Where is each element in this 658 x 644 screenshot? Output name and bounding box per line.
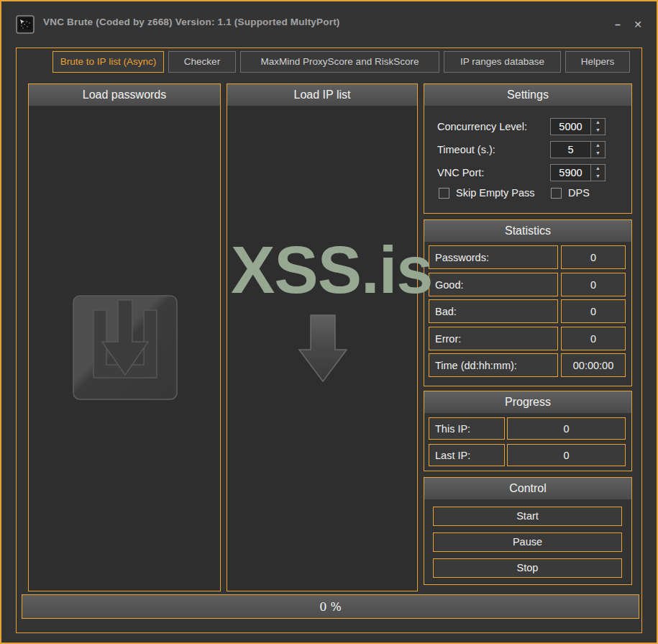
passwords-stat-label: Passwords: bbox=[429, 245, 558, 269]
vnc-port-label: VNC Port: bbox=[437, 164, 484, 181]
statistics-box: Statistics Passwords: 0 Good: 0 Bad: 0 E… bbox=[424, 219, 632, 386]
title-bar: VNC Brute (Coded by z668) Version: 1.1 (… bbox=[1, 1, 657, 42]
error-stat-value: 0 bbox=[561, 327, 626, 350]
skip-empty-pass-checkbox[interactable] bbox=[439, 188, 449, 199]
load-ip-list-header[interactable]: Load IP list bbox=[227, 84, 417, 106]
passwords-list[interactable] bbox=[29, 106, 220, 591]
control-header: Control bbox=[424, 478, 631, 499]
dps-label: DPS bbox=[568, 187, 590, 199]
close-icon[interactable]: ✕ bbox=[629, 16, 646, 33]
spinner-up-icon[interactable]: ▲ bbox=[591, 165, 605, 173]
down-arrow-icon bbox=[298, 314, 347, 383]
window-title: VNC Brute (Coded by z668) Version: 1.1 (… bbox=[43, 1, 340, 42]
concurrency-stepper: ▲ ▼ bbox=[550, 118, 606, 135]
bad-stat-value: 0 bbox=[561, 299, 626, 323]
progress-bar: 0 % bbox=[22, 594, 639, 619]
checkbox-row: Skip Empty Pass DPS bbox=[424, 187, 631, 200]
passwords-stat-value: 0 bbox=[561, 245, 626, 269]
bad-stat-label: Bad: bbox=[429, 299, 558, 323]
app-icon bbox=[16, 15, 35, 34]
app-window: VNC Brute (Coded by z668) Version: 1.1 (… bbox=[0, 0, 658, 644]
vnc-port-input[interactable] bbox=[551, 165, 590, 181]
passwords-panel: Load passwords bbox=[28, 83, 221, 591]
pause-button[interactable]: Pause bbox=[433, 532, 622, 552]
timeout-row: Timeout (s.): ▲ ▼ bbox=[424, 141, 631, 158]
good-stat-label: Good: bbox=[429, 273, 558, 296]
tab-bar: Brute to IP list (Async) Checker MaxMind… bbox=[52, 51, 630, 73]
time-stat-label: Time (dd:hh:mm): bbox=[429, 353, 558, 377]
time-stat-value: 00:00:00 bbox=[561, 353, 626, 377]
spinner-down-icon[interactable]: ▼ bbox=[591, 127, 605, 135]
dps-checkbox[interactable] bbox=[551, 188, 562, 199]
control-box: Control Start Pause Stop bbox=[424, 477, 632, 585]
concurrency-row: Concurrency Level: ▲ ▼ bbox=[424, 118, 631, 135]
timeout-input[interactable] bbox=[551, 142, 590, 158]
progress-header: Progress bbox=[424, 391, 631, 413]
vnc-port-row: VNC Port: ▲ ▼ bbox=[424, 164, 631, 181]
skip-empty-pass-label: Skip Empty Pass bbox=[456, 187, 535, 199]
download-icon bbox=[72, 294, 178, 401]
timeout-stepper: ▲ ▼ bbox=[550, 141, 606, 158]
tab-ip-ranges-database[interactable]: IP ranges database bbox=[444, 51, 561, 73]
iplist-panel: Load IP list bbox=[227, 83, 418, 591]
spinner-down-icon[interactable]: ▼ bbox=[591, 150, 605, 158]
last-ip-value: 0 bbox=[507, 444, 626, 466]
spinner-up-icon[interactable]: ▲ bbox=[591, 142, 605, 150]
statistics-header: Statistics bbox=[424, 220, 631, 242]
load-passwords-header[interactable]: Load passwords bbox=[29, 84, 220, 106]
error-stat-label: Error: bbox=[429, 327, 558, 350]
timeout-label: Timeout (s.): bbox=[437, 141, 495, 158]
ip-list[interactable] bbox=[227, 106, 417, 591]
content-frame: Brute to IP list (Async) Checker MaxMind… bbox=[16, 47, 642, 633]
start-button[interactable]: Start bbox=[433, 507, 622, 526]
tab-brute-to-ip-list[interactable]: Brute to IP list (Async) bbox=[52, 51, 164, 73]
settings-header: Settings bbox=[424, 84, 631, 106]
stop-button[interactable]: Stop bbox=[433, 558, 622, 578]
tab-maxmind[interactable]: MaxMind ProxyScore and RiskScore bbox=[240, 51, 439, 73]
this-ip-value: 0 bbox=[507, 417, 626, 440]
progress-bar-label: 0 % bbox=[319, 600, 341, 614]
minimize-icon[interactable]: – bbox=[609, 16, 626, 33]
last-ip-label: Last IP: bbox=[429, 444, 505, 466]
this-ip-label: This IP: bbox=[429, 417, 505, 440]
spinner-down-icon[interactable]: ▼ bbox=[591, 173, 605, 181]
settings-box: Settings Concurrency Level: ▲ ▼ Timeout … bbox=[424, 83, 632, 214]
good-stat-value: 0 bbox=[561, 273, 626, 296]
concurrency-input[interactable] bbox=[551, 119, 590, 135]
concurrency-label: Concurrency Level: bbox=[437, 118, 527, 135]
tab-helpers[interactable]: Helpers bbox=[565, 51, 630, 73]
vnc-port-stepper: ▲ ▼ bbox=[550, 164, 606, 181]
tab-checker[interactable]: Checker bbox=[168, 51, 236, 73]
spinner-up-icon[interactable]: ▲ bbox=[591, 119, 605, 127]
progress-box: Progress This IP: 0 Last IP: 0 bbox=[424, 391, 632, 471]
